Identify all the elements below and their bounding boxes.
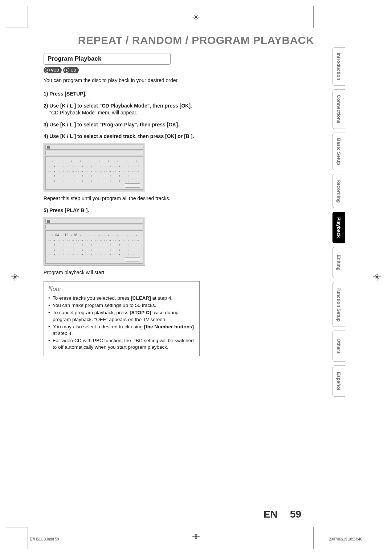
osd-track-grid: ➔ -- ➔ -- ➔ -- ➔ -- ➔ -- ➔ -- ➔ -- ➔ -- … xyxy=(45,156,143,190)
note-key: [CLEAR] xyxy=(131,295,151,301)
step-5: 5) Press [PLAY B ]. ➔ 04 ➔ 10 ➔ 06 ➔ -- … xyxy=(44,207,203,276)
note-text: at step 4. xyxy=(151,295,172,301)
osd-titlebar xyxy=(45,219,143,224)
step-4-desc: Repeat this step until you program all t… xyxy=(44,195,203,202)
osd-subbar xyxy=(45,151,143,155)
media-badges: VCD CD xyxy=(44,67,203,73)
main-column: Program Playback VCD CD You can program … xyxy=(44,53,203,356)
note-title: Note xyxy=(48,285,195,293)
footer-page-number: 59 xyxy=(290,509,301,520)
crop-mark xyxy=(28,6,28,28)
step-5-desc: Program playback will start. xyxy=(44,269,203,276)
registration-mark-icon xyxy=(373,273,381,282)
osd-preview-filled: ➔ 04 ➔ 10 ➔ 06 ➔ -- ➔ -- ➔ -- ➔ -- ➔ -- … xyxy=(44,217,145,266)
tab-connections[interactable]: Connections xyxy=(332,89,345,129)
osd-grid-text: ➔ -- ➔ -- ➔ -- ➔ -- ➔ -- ➔ -- ➔ -- ➔ -- … xyxy=(48,159,139,182)
note-item: To erase tracks you selected, press [CLE… xyxy=(48,295,195,301)
page-content: REPEAT / RANDOM / PROGRAM PLAYBACK Progr… xyxy=(29,29,363,526)
tab-recording[interactable]: Recording xyxy=(332,174,345,208)
step-3-label: 3) Use [K / L ] to select "Program Play"… xyxy=(44,121,203,128)
osd-track-grid: ➔ 04 ➔ 10 ➔ 06 ➔ -- ➔ -- ➔ -- ➔ -- ➔ -- … xyxy=(45,230,143,264)
step-5-label: 5) Press [PLAY B ]. xyxy=(44,207,203,214)
crop-mark xyxy=(313,6,314,28)
vcd-badge: VCD xyxy=(44,67,62,73)
step-1: 1) Press [SETUP]. xyxy=(44,90,203,97)
osd-slot xyxy=(125,183,140,188)
tab-basic-setup[interactable]: Basic Setup xyxy=(332,133,345,170)
tab-espanol[interactable]: Español xyxy=(332,365,345,397)
print-file: E7H51UD.indd 59 xyxy=(30,537,59,541)
step-2-desc: "CD Playback Mode" menu will appear. xyxy=(44,109,203,116)
note-item: To cancel program playback, press [STOP … xyxy=(48,309,195,323)
step-1-label: 1) Press [SETUP]. xyxy=(44,91,86,97)
registration-mark-icon xyxy=(192,13,200,23)
note-item: You may also select a desired track usin… xyxy=(48,324,195,337)
note-key: [STOP C] xyxy=(130,310,151,315)
osd-slot xyxy=(125,258,140,262)
step-4-label: 4) Use [K / L ] to select a desired trac… xyxy=(44,133,203,140)
tab-function-setup[interactable]: Function Setup xyxy=(332,282,345,327)
note-text: at step 4. xyxy=(53,331,73,336)
intro-text: You can program the disc to play back in… xyxy=(44,77,203,84)
registration-mark-icon xyxy=(11,273,19,282)
stop-icon xyxy=(47,146,50,149)
stop-icon xyxy=(47,220,50,223)
note-text: To cancel program playback, press xyxy=(53,310,130,315)
section-header: Program Playback xyxy=(44,53,171,65)
cd-badge-label: CD xyxy=(70,68,76,72)
note-text: You may also select a desired track usin… xyxy=(53,324,144,329)
step-3: 3) Use [K / L ] to select "Program Play"… xyxy=(44,121,203,128)
tab-playback[interactable]: Playback xyxy=(332,212,345,243)
cd-badge: CD xyxy=(63,67,79,73)
vcd-badge-label: VCD xyxy=(51,68,59,72)
osd-subbar xyxy=(45,225,143,229)
disc-icon xyxy=(64,68,69,73)
note-box: Note To erase tracks you selected, press… xyxy=(44,281,200,356)
crop-mark xyxy=(6,28,28,28)
osd-preview-empty: ➔ -- ➔ -- ➔ -- ➔ -- ➔ -- ➔ -- ➔ -- ➔ -- … xyxy=(44,143,145,191)
osd-titlebar xyxy=(45,145,143,150)
tab-introduction[interactable]: Introduction xyxy=(332,47,345,86)
note-key: [the Number buttons] xyxy=(144,324,194,329)
tab-others[interactable]: Others xyxy=(332,331,345,362)
page-title: REPEAT / RANDOM / PROGRAM PLAYBACK xyxy=(29,34,363,46)
crop-mark xyxy=(28,527,28,549)
side-tabs: Introduction Connections Basic Setup Rec… xyxy=(332,47,345,397)
print-date: 2007/02/19 18:23:46 xyxy=(329,537,362,541)
step-2-label: 2) Use [K / L ] to select "CD Playback M… xyxy=(44,102,203,109)
osd-grid-text: ➔ 04 ➔ 10 ➔ 06 ➔ -- ➔ -- ➔ -- ➔ -- ➔ -- … xyxy=(48,234,139,256)
crop-mark xyxy=(6,527,28,527)
step-2: 2) Use [K / L ] to select "CD Playback M… xyxy=(44,102,203,116)
footer-lang: EN xyxy=(264,509,278,520)
page-footer: EN 59 xyxy=(264,509,301,520)
tab-editing[interactable]: Editing xyxy=(332,247,345,278)
disc-icon xyxy=(45,68,50,73)
note-text: To erase tracks you selected, press xyxy=(53,295,131,301)
note-item: You can make program settings up to 50 t… xyxy=(48,302,195,309)
note-item: For video CD with PBC function, the PBC … xyxy=(48,337,195,351)
print-footer: E7H51UD.indd 59 2007/02/19 18:23:46 xyxy=(30,537,362,541)
step-4: 4) Use [K / L ] to select a desired trac… xyxy=(44,133,203,202)
